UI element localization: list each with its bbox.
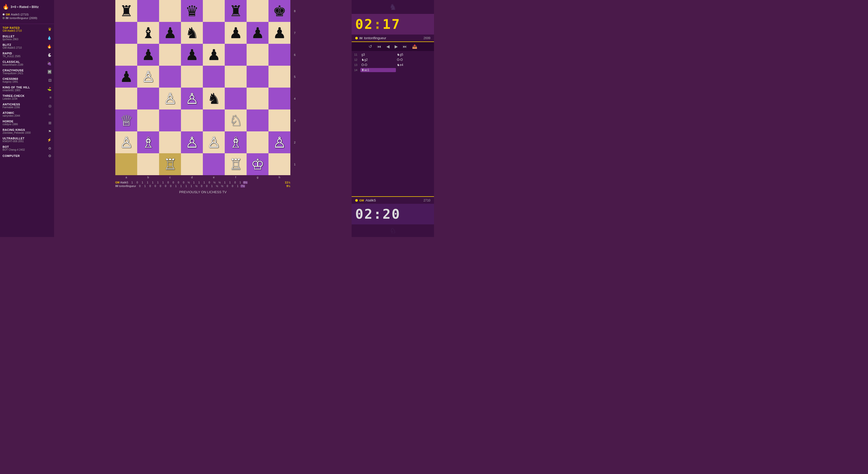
square-f8[interactable]: ♜ — [225, 0, 247, 22]
square-d6[interactable]: ♟ — [181, 44, 203, 66]
square-c8[interactable] — [159, 0, 181, 22]
flip-button[interactable]: ↺ — [368, 43, 373, 50]
piece-BQ-d8: ♛ — [185, 4, 199, 19]
piece-BR-f8: ♜ — [229, 4, 243, 19]
square-b2[interactable]: ♗ — [137, 131, 159, 153]
square-c2[interactable] — [159, 131, 181, 153]
sidebar-item-chess960[interactable]: CHESS960 hutgovy 1991 ⚄ — [0, 76, 54, 85]
square-d3[interactable] — [181, 110, 203, 131]
clock-display-top: 02:17 — [355, 17, 430, 32]
square-a3[interactable]: ♕ — [115, 110, 137, 131]
square-c7[interactable]: ♟ — [159, 22, 181, 44]
square-c4[interactable]: ♙ — [159, 88, 181, 110]
square-b6[interactable]: ♟ — [137, 44, 159, 66]
square-h6[interactable] — [269, 44, 290, 66]
square-a2[interactable]: ♙ — [115, 131, 137, 153]
sidebar-item-crazyhouse[interactable]: CRAZYHOUSE Tranquilizerr 2421 H — [0, 67, 54, 76]
sidebar-item-king-of-hill[interactable]: KING OF THE HILL cmartin91 1983 ⛳ — [0, 85, 54, 93]
player-row-bottom: GM AtalikS 2710 — [352, 196, 434, 204]
square-h1[interactable] — [269, 153, 290, 175]
sidebar-item-antichess[interactable]: ANTICHESS Farmable 2266 ◎ — [0, 101, 54, 110]
next-move-button[interactable]: ▶ — [394, 43, 399, 50]
square-e1[interactable] — [203, 153, 225, 175]
player-white: GM AtalikS (2710) — [3, 13, 52, 16]
square-e4[interactable]: ♞ — [203, 88, 225, 110]
sidebar-item-bullet[interactable]: BULLET tjychess 2963 💧 — [0, 33, 54, 42]
square-c5[interactable] — [159, 66, 181, 88]
square-f6[interactable] — [225, 44, 247, 66]
square-g7[interactable]: ♟ — [247, 22, 269, 44]
square-h8[interactable]: ♚ — [269, 0, 290, 22]
square-b7[interactable]: ♝ — [137, 22, 159, 44]
square-h4[interactable] — [269, 88, 290, 110]
sidebar-item-ultrabullet[interactable]: ULTRABULLET KNIGHT-008 2051 ⚡ — [0, 136, 54, 144]
sidebar-item-classical[interactable]: CLASSICAL ketanrkhaire 2189 🍇 — [0, 59, 54, 67]
king-hill-icon: ⛳ — [47, 87, 52, 91]
square-g8[interactable] — [247, 0, 269, 22]
sidebar-item-computer[interactable]: COMPUTER ⚙ — [0, 152, 54, 159]
square-h7[interactable]: ♟ — [269, 22, 290, 44]
square-e8[interactable] — [203, 0, 225, 22]
square-e2[interactable]: ♙ — [203, 131, 225, 153]
square-c1[interactable]: ♖ — [159, 153, 181, 175]
square-b1[interactable] — [137, 153, 159, 175]
sidebar-item-racing-kings[interactable]: RACING KINGS Zdzislaw_Pelowski 1930 ⚑ — [0, 127, 54, 136]
square-e5[interactable] — [203, 66, 225, 88]
square-g2[interactable] — [247, 131, 269, 153]
square-f1[interactable]: ♖ — [225, 153, 247, 175]
square-d1[interactable] — [181, 153, 203, 175]
prev-move-button[interactable]: ◀ — [385, 43, 391, 50]
square-a5[interactable]: ♟ — [115, 66, 137, 88]
square-e7[interactable] — [203, 22, 225, 44]
sidebar-item-blitz[interactable]: BLITZ GM AtalikS 2710 🔥 — [0, 42, 54, 51]
square-d2[interactable]: ♙ — [181, 131, 203, 153]
square-e3[interactable] — [203, 110, 225, 131]
piece-BB-b7: ♝ — [142, 26, 155, 40]
square-g4[interactable] — [247, 88, 269, 110]
square-d5[interactable] — [181, 66, 203, 88]
knight-decoration-top: ♞ — [352, 0, 434, 14]
square-d7[interactable]: ♞ — [181, 22, 203, 44]
square-b5[interactable]: ♙ — [137, 66, 159, 88]
last-move-button[interactable]: ⏭ — [402, 44, 408, 50]
square-c3[interactable] — [159, 110, 181, 131]
square-h2[interactable]: ♙ — [269, 131, 290, 153]
square-a8[interactable]: ♜ — [115, 0, 137, 22]
sidebar-item-rapid[interactable]: RAPID TK_KULE 2585 🐇 — [0, 51, 54, 59]
square-d4[interactable]: ♙ — [181, 88, 203, 110]
first-move-button[interactable]: ⏮ — [376, 44, 382, 50]
computer-label: COMPUTER — [3, 154, 20, 157]
square-a1[interactable] — [115, 153, 137, 175]
square-a7[interactable] — [115, 22, 137, 44]
square-g5[interactable] — [247, 66, 269, 88]
share-button[interactable]: 📤 — [411, 43, 418, 50]
playback-controls: ↺ ⏮ ◀ ▶ ⏭ 📤 — [352, 42, 434, 51]
player-bottom-rating: 2710 — [424, 199, 430, 202]
piece-WP-c4: ♙ — [163, 91, 177, 106]
square-e6[interactable]: ♟ — [203, 44, 225, 66]
sidebar-item-horde[interactable]: HORDE colidyre 1986 ⊞ — [0, 119, 54, 127]
square-h3[interactable] — [269, 110, 290, 131]
square-a6[interactable] — [115, 44, 137, 66]
move-row-13: 13 O-O ♞e4 — [352, 62, 434, 67]
square-b4[interactable] — [137, 88, 159, 110]
square-b3[interactable] — [137, 110, 159, 131]
square-h5[interactable] — [269, 66, 290, 88]
sidebar-item-top-rated[interactable]: TOP RATED GM AtalikS 2710 ♛ — [0, 25, 54, 33]
knight-decoration-bottom: ♘ — [352, 225, 434, 237]
square-f5[interactable] — [225, 66, 247, 88]
sidebar-item-atomic[interactable]: ATOMIC rainynites 2044 ⚛ — [0, 110, 54, 119]
sidebar-item-three-check[interactable]: THREE-CHECK Leleilre 2234 ≡ — [0, 93, 54, 101]
square-g3[interactable] — [247, 110, 269, 131]
sidebar-item-bot[interactable]: BOT BOT Cheng-4 2402 ⚙ — [0, 144, 54, 152]
square-d8[interactable]: ♛ — [181, 0, 203, 22]
square-b8[interactable] — [137, 0, 159, 22]
square-c6[interactable] — [159, 44, 181, 66]
square-g6[interactable] — [247, 44, 269, 66]
square-f4[interactable] — [225, 88, 247, 110]
square-a4[interactable] — [115, 88, 137, 110]
square-g1[interactable]: ♔ — [247, 153, 269, 175]
square-f2[interactable]: ♗ — [225, 131, 247, 153]
square-f3[interactable]: ♘ — [225, 110, 247, 131]
square-f7[interactable]: ♟ — [225, 22, 247, 44]
